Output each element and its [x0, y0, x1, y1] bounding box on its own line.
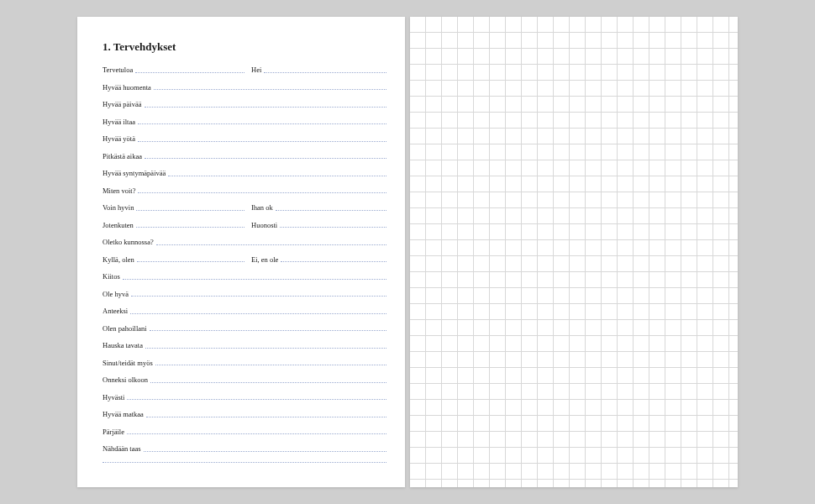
- fill-line: [136, 210, 244, 211]
- fill-line: [103, 462, 386, 463]
- vocab-row: Hyvää syntymäpäivää: [103, 169, 386, 177]
- fill-line: [138, 141, 386, 142]
- vocab-label: Ole hyvä: [103, 290, 131, 298]
- vocab-row: Onneksi olkoon: [103, 375, 386, 384]
- vocab-pair-left: Kyllä, olen: [103, 255, 244, 264]
- fill-line: [156, 244, 386, 245]
- vocab-label: Hyvää syntymäpäivää: [103, 169, 168, 177]
- vocab-label: Ei, en ole: [244, 255, 281, 264]
- vocab-row: Olen pahoillani: [103, 324, 386, 333]
- fill-line: [127, 399, 386, 400]
- vocab-row-pair: JotenkutenHuonosti: [103, 221, 386, 229]
- fill-line: [145, 107, 387, 108]
- vocab-row: Anteeksi: [103, 307, 386, 315]
- vocab-row: Hyvästi: [103, 393, 386, 402]
- vocab-label: Pitkästä aikaa: [103, 152, 145, 160]
- vocab-label: Sinut/teidät myös: [103, 359, 155, 367]
- vocab-label: Kyllä, olen: [103, 255, 137, 264]
- vocab-pair-left: Tervetuloa: [103, 66, 244, 74]
- vocab-pair-right: Ei, en ole: [244, 255, 386, 264]
- blank-row: [103, 462, 386, 470]
- vocab-label: Onneksi olkoon: [103, 375, 150, 384]
- vocab-label: Jotenkuten: [103, 221, 136, 229]
- vocab-row-pair: Kyllä, olenEi, en ole: [103, 255, 386, 264]
- fill-line: [123, 279, 386, 280]
- right-page-grid: [410, 17, 738, 487]
- vocab-pair-left: Voin hyvin: [103, 203, 244, 212]
- vocab-label: Anteeksi: [103, 307, 130, 315]
- vocab-label: Kiitos: [103, 272, 123, 281]
- page-title: 1. Tervehdykset: [103, 40, 386, 54]
- vocab-label: Hei: [244, 66, 264, 74]
- vocab-label: Nähdään taas: [103, 444, 144, 453]
- fill-line: [136, 227, 244, 228]
- vocab-label: Huonosti: [244, 221, 280, 229]
- fill-line: [154, 89, 386, 90]
- fill-line: [131, 296, 386, 297]
- vocab-pair-right: Hei: [244, 66, 386, 74]
- vocab-row: Pitkästä aikaa: [103, 152, 386, 160]
- page-spread: 1. Tervehdykset TervetuloaHeiHyvää huome…: [77, 17, 738, 487]
- vocab-label: Hyvää yötä: [103, 134, 138, 143]
- fill-line: [150, 330, 386, 331]
- left-page: 1. Tervehdykset TervetuloaHeiHyvää huome…: [77, 17, 405, 487]
- vocab-pair-left: Jotenkuten: [103, 221, 244, 229]
- vocab-row: Hyvää päivää: [103, 100, 386, 108]
- fill-line: [138, 192, 386, 193]
- vocab-label: Hyvää iltaa: [103, 118, 138, 126]
- vocab-row: Ole hyvä: [103, 290, 386, 298]
- vocab-row: Hyvää matkaa: [103, 410, 386, 418]
- fill-line: [146, 417, 386, 417]
- vocab-row: Oletko kunnossa?: [103, 238, 386, 246]
- fill-line: [145, 348, 386, 349]
- vocab-pair-right: Ihan ok: [244, 203, 386, 212]
- fill-line: [281, 261, 386, 262]
- vocab-label: Tervetuloa: [103, 66, 135, 74]
- vocab-row: Nähdään taas: [103, 444, 386, 453]
- vocab-label: Voin hyvin: [103, 203, 136, 212]
- vocab-row: Hyvää iltaa: [103, 118, 386, 126]
- fill-line: [168, 176, 386, 176]
- fill-line: [150, 382, 386, 383]
- vocab-row-pair: Voin hyvinIhan ok: [103, 203, 386, 212]
- vocab-label: Hyvää huomenta: [103, 83, 154, 92]
- vocab-row: Sinut/teidät myös: [103, 359, 386, 367]
- vocabulary-list: TervetuloaHeiHyvää huomentaHyvää päivääH…: [103, 66, 386, 470]
- vocab-row: Pärjäile: [103, 428, 386, 436]
- vocab-label: Ihan ok: [244, 203, 276, 212]
- fill-line: [280, 227, 386, 228]
- fill-line: [137, 261, 244, 262]
- fill-line: [144, 451, 386, 452]
- vocab-label: Pärjäile: [103, 428, 127, 436]
- fill-line: [127, 433, 386, 434]
- vocab-row: Hauska tavata: [103, 341, 386, 349]
- vocab-label: Hauska tavata: [103, 341, 145, 349]
- fill-line: [155, 365, 386, 365]
- fill-line: [138, 123, 386, 124]
- vocab-row: Kiitos: [103, 272, 386, 281]
- fill-line: [130, 313, 386, 314]
- fill-line: [264, 72, 386, 73]
- vocab-pair-right: Huonosti: [244, 221, 386, 229]
- vocab-label: Oletko kunnossa?: [103, 238, 156, 246]
- vocab-label: Hyvästi: [103, 393, 127, 402]
- fill-line: [135, 72, 244, 73]
- vocab-label: Hyvää päivää: [103, 100, 145, 108]
- fill-line: [145, 158, 386, 159]
- vocab-label: Miten voit?: [103, 186, 138, 195]
- vocab-label: Olen pahoillani: [103, 324, 150, 333]
- vocab-row-pair: TervetuloaHei: [103, 66, 386, 74]
- vocab-row: Hyvää yötä: [103, 134, 386, 143]
- fill-line: [276, 210, 386, 211]
- vocab-row: Miten voit?: [103, 186, 386, 195]
- vocab-row: Hyvää huomenta: [103, 83, 386, 92]
- vocab-label: Hyvää matkaa: [103, 410, 146, 418]
